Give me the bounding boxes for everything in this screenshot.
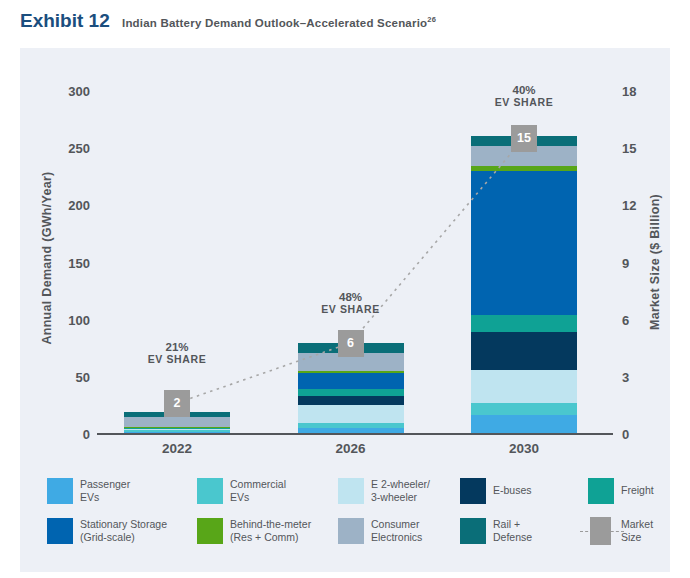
legend-label: MarketSize	[621, 518, 653, 544]
legend-swatch	[460, 518, 486, 544]
legend-swatch	[588, 478, 614, 504]
ev-share-percent: 21%	[112, 341, 242, 353]
legend-swatch	[338, 518, 364, 544]
legend-swatch	[197, 478, 223, 504]
legend-swatch	[47, 518, 73, 544]
ev-share-label-2026: 48%EV SHARE	[286, 291, 416, 315]
ev-share-percent: 48%	[286, 291, 416, 303]
legend-label: PassengerEVs	[80, 478, 130, 504]
ev-share-caption: EV SHARE	[459, 96, 589, 108]
x-axis-label-2030: 2030	[464, 441, 584, 456]
market-size-marker-2030: 15	[511, 125, 537, 152]
legend-label: Rail +Defense	[493, 518, 532, 544]
legend-label: Freight	[621, 484, 654, 497]
legend-label: Stationary Storage(Grid-scale)	[80, 518, 167, 544]
ev-share-caption: EV SHARE	[112, 353, 242, 365]
ev-share-caption: EV SHARE	[286, 303, 416, 315]
x-axis-line	[97, 433, 613, 435]
legend-label: Behind-the-meter(Res + Comm)	[230, 518, 311, 544]
legend-label: E-buses	[493, 484, 532, 497]
legend-swatch	[47, 478, 73, 504]
x-axis-label-2022: 2022	[117, 441, 237, 456]
legend-swatch	[197, 518, 223, 544]
legend-label: E 2-wheeler/3-wheeler	[371, 478, 430, 504]
report-figure: Exhibit 12 Indian Battery Demand Outlook…	[0, 0, 690, 578]
legend-label: ConsumerElectronics	[371, 518, 422, 544]
legend-swatch	[338, 478, 364, 504]
legend-swatch	[460, 478, 486, 504]
legend-marker-square	[590, 517, 611, 545]
ev-share-label-2022: 21%EV SHARE	[112, 341, 242, 365]
ev-share-percent: 40%	[459, 84, 589, 96]
stacked-bar-chart: Annual Demand (GWh/Year) Market Size ($ …	[0, 0, 690, 578]
ev-share-label-2030: 40%EV SHARE	[459, 84, 589, 108]
market-size-marker-2022: 2	[164, 390, 190, 417]
market-size-marker-2026: 6	[338, 330, 364, 357]
x-axis-label-2026: 2026	[291, 441, 411, 456]
legend-label: CommercialEVs	[230, 478, 286, 504]
